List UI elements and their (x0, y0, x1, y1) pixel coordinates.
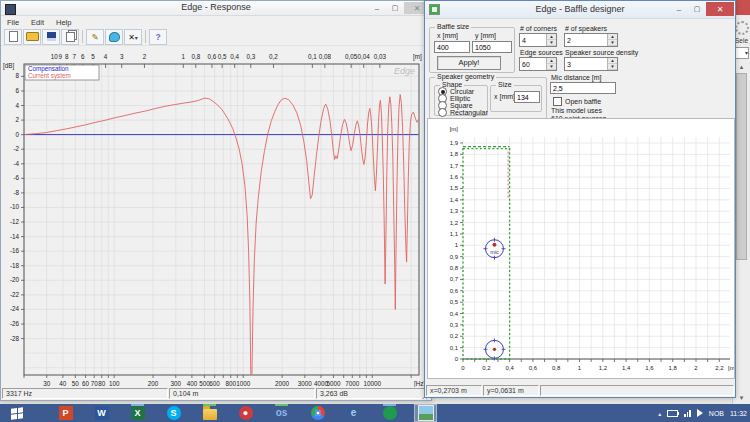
toolbar-separator (82, 30, 83, 43)
internet-explorer-icon: e (347, 406, 361, 420)
response-window-title: Edge - Response (1, 2, 431, 12)
baffle-x-tick-label: 1,2 (599, 365, 608, 371)
speakers-spinbox[interactable]: 2 ▲▼ (564, 33, 618, 47)
hidden-icons-icon[interactable]: ▴ (658, 410, 661, 417)
baffle-x-input[interactable] (434, 41, 470, 53)
spinner-arrows-icon[interactable]: ▲▼ (546, 34, 556, 46)
copy-icon-button[interactable] (61, 29, 79, 45)
minimize-button[interactable] (670, 2, 688, 16)
x-tick-label: 70 (91, 380, 99, 387)
gear-icon[interactable] (735, 21, 749, 35)
top-axis-tick-label: 7 (72, 53, 76, 60)
top-axis-tick-label: 8 (65, 53, 69, 60)
menu-file[interactable]: File (1, 18, 25, 27)
paint-icon-button[interactable] (105, 29, 123, 45)
background-dropdown[interactable]: ▾ (734, 47, 749, 59)
language-indicator[interactable]: NOB (709, 410, 724, 417)
y-tick-label: 4 (15, 102, 19, 109)
clock[interactable]: 11:32 (730, 410, 747, 417)
start-button[interactable] (0, 404, 34, 422)
open-baffle-checkbox[interactable]: Open baffle (553, 97, 601, 106)
taskbar-icon-powerpoint[interactable]: P (54, 404, 77, 422)
draw-icon-button[interactable] (86, 29, 104, 45)
x-tick-label: 400 (187, 380, 198, 387)
taskbar-icon-word[interactable]: W (90, 404, 113, 422)
minimize-button[interactable] (368, 2, 386, 14)
dropdown-arrow-icon[interactable] (135, 32, 138, 42)
corners-spinbox[interactable]: 4 ▲▼ (519, 33, 557, 47)
menu-edit[interactable]: Edit (25, 18, 50, 27)
spinner-arrows-icon[interactable]: ▲▼ (546, 58, 556, 70)
x-tick-label: 3000 (298, 380, 313, 387)
size-x-label: x [mm] (494, 93, 515, 100)
baffle-y-tick-label: 0,6 (450, 288, 459, 294)
taskbar-icon-internet-explorer[interactable]: e (342, 404, 365, 422)
word-icon: W (95, 406, 109, 420)
taskbar-icon-green-app[interactable] (378, 404, 401, 422)
y-tick-label: -24 (10, 305, 20, 312)
y-tick-label: -4 (13, 160, 19, 167)
taskbar-icon-file-explorer[interactable] (198, 404, 221, 422)
taskbar-icon-obs[interactable]: os (270, 404, 293, 422)
taskbar-icon-skype[interactable]: S (162, 404, 185, 422)
baffle-y-tick-label: 1 (455, 242, 459, 248)
baffle-y-unit: [m] (450, 126, 459, 132)
speaker-geometry-label: Speaker geometry (435, 73, 496, 80)
speakers-label: # of speakers (565, 25, 607, 32)
windows-logo-icon (11, 407, 23, 419)
x-tick-label: 10000 (364, 380, 382, 387)
new-icon (9, 31, 18, 42)
help-icon-button[interactable] (149, 29, 167, 45)
file-explorer-icon (203, 409, 217, 420)
battery-icon[interactable] (667, 410, 678, 417)
maximize-button[interactable] (386, 2, 404, 14)
size-x-input[interactable] (514, 91, 540, 103)
mic-distance-input[interactable] (550, 82, 616, 94)
save-icon-button[interactable] (42, 29, 60, 45)
desktop: Sele ▾ ▴ ▾ Edge - Response File Edit Hel… (0, 0, 750, 422)
maximize-button[interactable] (688, 2, 706, 16)
baffle-y-tick-label: 1,9 (450, 140, 459, 146)
edge-app-icon (418, 405, 434, 421)
y-tick-label: 2 (15, 116, 19, 123)
app-icon (429, 4, 440, 15)
scrollbar-thumb[interactable] (736, 73, 747, 260)
y-tick-label: -18 (10, 262, 20, 269)
open-icon-button[interactable] (23, 29, 41, 45)
status-level: 3,263 dB (316, 388, 430, 399)
menu-help[interactable]: Help (50, 18, 77, 27)
baffle-y-tick-label: 0,9 (450, 254, 459, 260)
running-indicator (383, 404, 396, 406)
top-axis-tick-label: 0,08 (319, 53, 332, 60)
baffle-x-tick-label: 1,8 (669, 365, 678, 371)
baffle-x-tick-label: 0,4 (505, 365, 514, 371)
taskbar-icon-chrome[interactable] (306, 404, 329, 422)
baffle-x-tick-label: 0,8 (552, 365, 561, 371)
new-icon-button[interactable] (4, 29, 22, 45)
delete-icon-button[interactable] (124, 29, 142, 45)
network-icon[interactable] (684, 410, 691, 417)
apply-button[interactable]: Apply! (437, 56, 501, 70)
delete-icon (128, 32, 135, 42)
volume-icon[interactable] (697, 409, 703, 417)
baffle-y-input[interactable] (472, 41, 512, 53)
spinner-arrows-icon[interactable]: ▲▼ (607, 34, 617, 46)
legend: CompensationCurrent system (25, 65, 99, 80)
top-axis-tick-label: 0,1 (308, 53, 317, 60)
close-button[interactable] (706, 2, 734, 16)
taskbar-icon-excel[interactable]: X (126, 404, 149, 422)
top-axis-tick-label: 1 (182, 53, 186, 60)
response-titlebar[interactable]: Edge - Response (1, 1, 431, 16)
legend-entry: Current system (28, 72, 71, 80)
spinner-arrows-icon[interactable]: ▲▼ (607, 58, 617, 70)
edge-sources-spinbox[interactable]: 60 ▲▼ (519, 57, 557, 71)
speaker-marker[interactable] (483, 338, 505, 360)
taskbar-icon-media-player[interactable]: ● (234, 404, 257, 422)
y-tick-label: -22 (10, 291, 20, 298)
density-spinbox[interactable]: 3 ▲▼ (564, 57, 618, 71)
baffle-plot-area[interactable]: 00,20,40,60,811,21,41,61,822,2[m]00,10,2… (427, 118, 735, 379)
baffle-titlebar[interactable]: Edge - Baffle designer (425, 1, 735, 19)
taskbar-icon-edge-app[interactable] (414, 404, 437, 422)
chrome-icon (311, 406, 325, 420)
radio-rectangular[interactable]: Rectangular (438, 108, 488, 117)
